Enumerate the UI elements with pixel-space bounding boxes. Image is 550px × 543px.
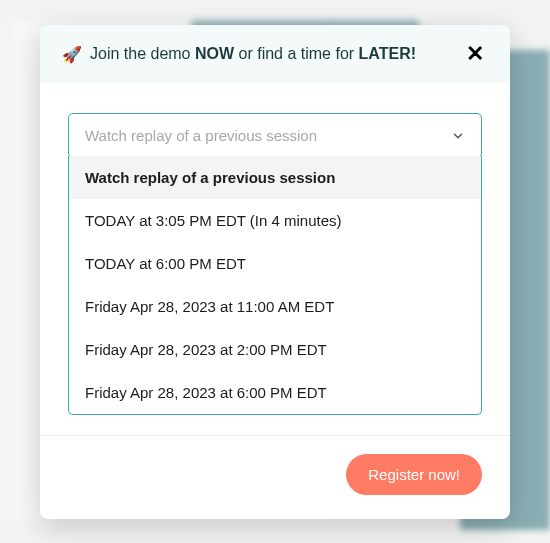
modal-heading: 🚀 Join the demo NOW or find a time for L… [62, 45, 416, 64]
close-icon[interactable]: ✕ [462, 41, 488, 67]
demo-registration-modal: 🚀 Join the demo NOW or find a time for L… [40, 25, 510, 519]
session-select-placeholder: Watch replay of a previous session [85, 127, 317, 144]
heading-later: LATER! [359, 45, 416, 62]
chevron-down-icon [451, 129, 465, 143]
register-button[interactable]: Register now! [346, 454, 482, 495]
session-option[interactable]: Watch replay of a previous session [69, 156, 481, 199]
session-option[interactable]: Friday Apr 28, 2023 at 11:00 AM EDT [69, 285, 481, 328]
session-dropdown: Watch replay of a previous session TODAY… [68, 156, 482, 415]
modal-body: Watch replay of a previous session Watch… [40, 83, 510, 435]
modal-header: 🚀 Join the demo NOW or find a time for L… [40, 25, 510, 83]
session-option[interactable]: Friday Apr 28, 2023 at 2:00 PM EDT [69, 328, 481, 371]
rocket-icon: 🚀 [62, 45, 82, 64]
heading-prefix: Join the demo [90, 45, 195, 62]
session-option[interactable]: TODAY at 6:00 PM EDT [69, 242, 481, 285]
heading-now: NOW [195, 45, 234, 62]
session-select-display[interactable]: Watch replay of a previous session [68, 113, 482, 158]
session-option[interactable]: Friday Apr 28, 2023 at 6:00 PM EDT [69, 371, 481, 414]
heading-text: Join the demo NOW or find a time for LAT… [90, 45, 416, 63]
heading-mid: or find a time for [234, 45, 359, 62]
session-select[interactable]: Watch replay of a previous session Watch… [68, 113, 482, 415]
session-option[interactable]: TODAY at 3:05 PM EDT (In 4 minutes) [69, 199, 481, 242]
modal-footer: Register now! [40, 435, 510, 519]
